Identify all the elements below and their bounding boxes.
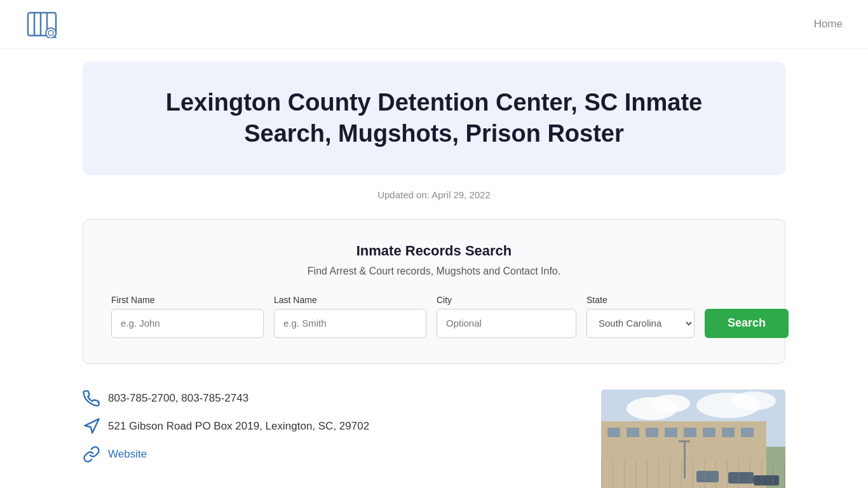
- first-name-input[interactable]: [111, 309, 264, 338]
- home-link[interactable]: Home: [814, 18, 843, 30]
- svg-point-12: [731, 391, 776, 410]
- svg-rect-31: [684, 440, 686, 478]
- address-text: 521 Gibson Road PO Box 2019, Lexington, …: [108, 420, 369, 433]
- link-icon: [83, 445, 100, 463]
- page-title: Lexington County Detention Center, SC In…: [121, 87, 747, 150]
- address-row: 521 Gibson Road PO Box 2019, Lexington, …: [83, 417, 576, 435]
- svg-rect-19: [684, 428, 696, 437]
- website-row: Website: [83, 445, 576, 463]
- svg-rect-15: [607, 428, 620, 437]
- state-label: State: [587, 295, 695, 305]
- svg-point-10: [652, 395, 690, 412]
- city-label: City: [437, 295, 576, 305]
- last-name-label: Last Name: [274, 295, 426, 305]
- svg-rect-16: [627, 428, 639, 437]
- svg-rect-29: [696, 471, 719, 482]
- svg-rect-21: [722, 428, 735, 437]
- search-button[interactable]: Search: [705, 309, 789, 338]
- search-container: Inmate Records Search Find Arrest & Cour…: [83, 219, 785, 364]
- first-name-field-group: First Name: [111, 295, 264, 338]
- city-input[interactable]: [437, 309, 576, 338]
- phone-row: 803-785-2700, 803-785-2743: [83, 390, 576, 407]
- logo-icon[interactable]: [25, 10, 58, 38]
- first-name-label: First Name: [111, 295, 264, 305]
- svg-rect-20: [703, 428, 715, 437]
- state-select[interactable]: AlabamaAlaskaArizonaArkansasCaliforniaCo…: [587, 309, 695, 338]
- svg-rect-28: [728, 472, 754, 484]
- last-name-input[interactable]: [274, 309, 426, 338]
- info-details: 803-785-2700, 803-785-2743 521 Gibson Ro…: [83, 390, 576, 473]
- search-subtitle: Find Arrest & Court records, Mugshots an…: [111, 266, 757, 277]
- search-title: Inmate Records Search: [111, 243, 757, 259]
- updated-date: Updated on: April 29, 2022: [0, 189, 868, 200]
- header: Home: [0, 0, 868, 49]
- facility-image-placeholder: [601, 390, 785, 488]
- location-icon: [83, 417, 100, 435]
- svg-line-5: [54, 36, 57, 38]
- svg-rect-17: [646, 428, 658, 437]
- svg-rect-18: [665, 428, 677, 437]
- svg-marker-7: [85, 419, 99, 433]
- info-section: 803-785-2700, 803-785-2743 521 Gibson Ro…: [83, 390, 785, 488]
- phone-number: 803-785-2700, 803-785-2743: [108, 392, 248, 405]
- state-field-group: State AlabamaAlaskaArizonaArkansasCalifo…: [587, 295, 695, 338]
- main-nav: Home: [814, 18, 843, 30]
- last-name-field-group: Last Name: [274, 295, 426, 338]
- city-field-group: City: [437, 295, 576, 338]
- facility-image: [601, 390, 785, 488]
- svg-rect-30: [754, 475, 779, 485]
- svg-rect-22: [741, 428, 754, 437]
- phone-icon: [83, 390, 100, 407]
- search-fields: First Name Last Name City State AlabamaA…: [111, 295, 757, 338]
- svg-rect-32: [679, 440, 690, 442]
- hero-banner: Lexington County Detention Center, SC In…: [83, 62, 785, 175]
- website-link[interactable]: Website: [108, 448, 147, 461]
